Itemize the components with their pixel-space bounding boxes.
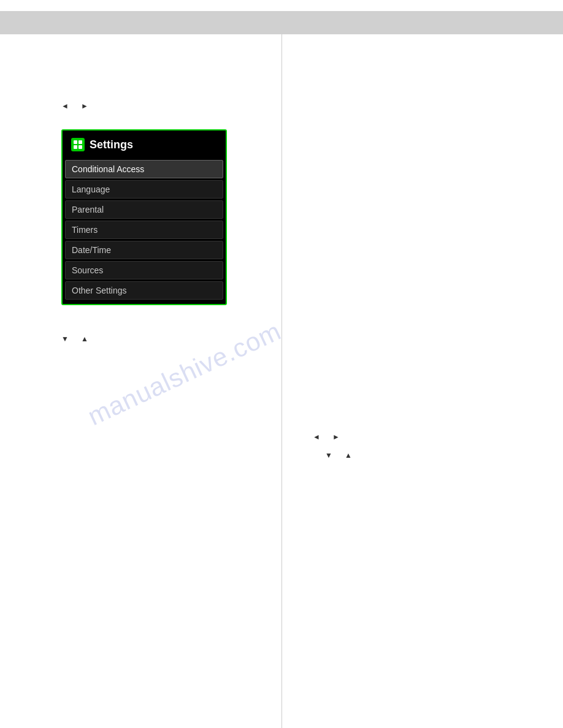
menu-item-date-time[interactable]: Date/Time bbox=[65, 241, 223, 259]
top-nav-arrows: ◄ ► bbox=[61, 102, 88, 110]
menu-item-parental[interactable]: Parental bbox=[65, 200, 223, 219]
svg-rect-2 bbox=[74, 145, 77, 149]
svg-rect-0 bbox=[74, 140, 77, 144]
settings-title-text: Settings bbox=[90, 138, 133, 151]
menu-item-other-settings[interactable]: Other Settings bbox=[65, 281, 223, 300]
up-arrow-bottom[interactable]: ▲ bbox=[81, 335, 88, 343]
menu-item-conditional-access[interactable]: Conditional Access bbox=[65, 160, 223, 178]
settings-menu: Settings Conditional AccessLanguageParen… bbox=[61, 129, 227, 305]
header-right-bar bbox=[282, 11, 563, 34]
left-arrow-top[interactable]: ◄ bbox=[61, 102, 69, 110]
right-panel-down-arrow[interactable]: ▼ bbox=[325, 451, 332, 460]
menu-item-sources[interactable]: Sources bbox=[65, 261, 223, 279]
right-nav-arrows-2: ▼ ▲ bbox=[325, 451, 352, 460]
menu-item-timers[interactable]: Timers bbox=[65, 221, 223, 239]
down-arrow-bottom[interactable]: ▼ bbox=[61, 335, 69, 343]
left-panel: ◄ ► Settings Conditional AccessLanguageP… bbox=[0, 34, 282, 728]
menu-items-container: Conditional AccessLanguageParentalTimers… bbox=[65, 160, 223, 300]
bottom-nav-arrows: ▼ ▲ bbox=[61, 335, 88, 343]
svg-rect-3 bbox=[79, 145, 82, 149]
svg-rect-1 bbox=[79, 140, 82, 144]
right-panel-left-arrow[interactable]: ◄ bbox=[313, 433, 320, 441]
right-panel-right-arrow[interactable]: ► bbox=[332, 433, 340, 441]
right-panel: ◄ ► ▼ ▲ bbox=[282, 34, 563, 728]
right-arrow-top[interactable]: ► bbox=[81, 102, 88, 110]
header-left-bar bbox=[0, 11, 282, 34]
settings-title: Settings bbox=[65, 133, 223, 156]
watermark: manualshive.com bbox=[83, 316, 286, 431]
menu-item-language[interactable]: Language bbox=[65, 180, 223, 199]
right-nav-arrows-1: ◄ ► bbox=[313, 433, 340, 441]
right-panel-up-arrow[interactable]: ▲ bbox=[345, 451, 352, 460]
settings-icon bbox=[71, 138, 85, 151]
